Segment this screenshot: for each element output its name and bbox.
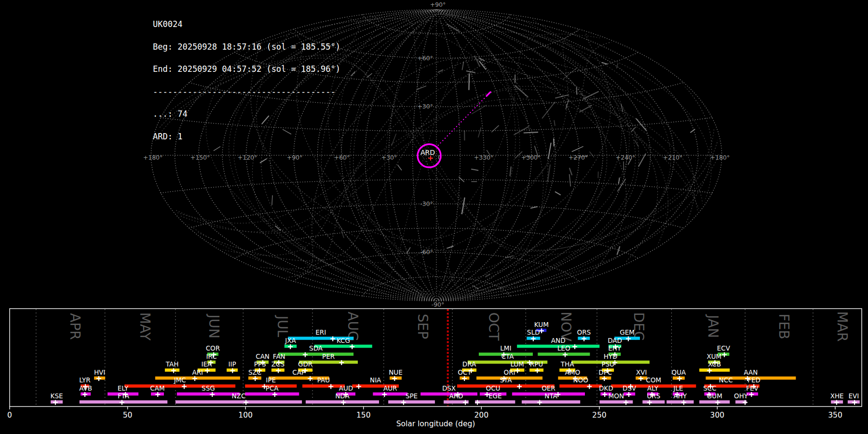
meteor-streak — [563, 68, 577, 80]
shower-label-SSG: SSG — [202, 384, 215, 392]
shower-label-DPC: DPC — [598, 368, 612, 376]
meteor-streak — [275, 226, 280, 231]
shower-label-XHE: XHE — [830, 392, 844, 400]
shower-label-KUM: KUM — [534, 321, 549, 328]
shower-label-AHY: AHY — [674, 392, 687, 400]
ard-count: ARD: 1 — [153, 133, 340, 141]
latitude-label: -30° — [420, 200, 433, 207]
shower-label-COR: COR — [206, 344, 220, 352]
shower-label-DKD: DKD — [599, 384, 613, 392]
meteor-streak — [407, 247, 410, 253]
shower-label-NOO: NOO — [573, 376, 588, 384]
shower-label-PER: PER — [322, 353, 335, 360]
shower-label-XVI: XVI — [636, 368, 647, 376]
shower-bar-AUR — [373, 393, 407, 396]
meteor-streak — [635, 140, 638, 147]
month-label-JAN: JAN — [705, 314, 721, 338]
longitude-label: +180° — [710, 154, 730, 161]
shower-label-TAH: TAH — [165, 360, 179, 368]
shower-label-IPE: IPE — [266, 376, 276, 384]
axis-tick-label: 50 — [123, 411, 133, 420]
pole-label-north: +90° — [430, 1, 446, 8]
x-axis-title: Solar longitude (deg) — [396, 420, 475, 428]
shower-label-PAU: PAU — [317, 376, 330, 384]
shower-label-PSU: PSU — [601, 360, 614, 368]
activity-chart: APRMAYJUNJULAUGSEPOCTNOVDECJANFEBMARKUME… — [7, 309, 862, 428]
shower-label-HVI: HVI — [94, 368, 105, 376]
shower-label-NDA: NDA — [335, 392, 350, 400]
longitude-label: +180° — [143, 154, 163, 161]
meteor-streak — [367, 73, 372, 77]
shower-label-OHY: OHY — [734, 392, 748, 400]
shower-bar-AHY — [666, 400, 693, 404]
month-label-JUL: JUL — [274, 315, 290, 338]
shower-label-RPU: RPU — [530, 360, 543, 368]
meteor-streak — [448, 246, 453, 248]
shower-label-EGE: EGE — [488, 392, 502, 400]
meteor-streak — [577, 88, 577, 95]
meteor-streak — [510, 167, 511, 176]
shower-label-DSV: DSV — [623, 384, 637, 392]
meteor-streak — [524, 132, 538, 133]
end-time: End: 20250929 04:57:52 (sol = 185.96°) — [153, 66, 340, 73]
shower-label-AVB: AVB — [79, 384, 92, 392]
shower-label-LEO: LEO — [557, 344, 570, 352]
longitude-label: +150° — [190, 154, 210, 161]
shower-bar-XCB — [699, 368, 730, 372]
shower-bar-NOO — [559, 384, 602, 388]
meteor-streak — [531, 207, 537, 208]
month-label-JUN: JUN — [206, 313, 222, 339]
meteor-streak — [478, 128, 481, 137]
month-label-MAR: MAR — [834, 312, 850, 342]
meteor-streak — [572, 147, 583, 151]
shower-label-ARI: ARI — [192, 368, 203, 376]
begin-time: Beg: 20250928 18:57:16 (sol = 185.55°) — [153, 43, 340, 51]
meteor-streak — [341, 231, 344, 238]
shower-bar-SSG — [177, 393, 240, 396]
shower-label-ORS: ORS — [577, 328, 591, 336]
axis-tick-label: 0 — [7, 411, 12, 420]
longitude-label: +30° — [381, 154, 397, 161]
shower-label-ORI: ORI — [504, 368, 515, 376]
observation-info-panel: UK0024 Beg: 20250928 18:57:16 (sol = 185… — [153, 6, 340, 148]
shower-label-URS: URS — [647, 392, 660, 400]
longitude-label: +210° — [663, 154, 683, 161]
meteor-streak — [691, 129, 694, 132]
shower-label-COM: COM — [646, 376, 662, 384]
meteor-streak — [469, 74, 469, 90]
axis-tick-label: 200 — [474, 411, 488, 420]
shower-label-LUM: LUM — [510, 360, 524, 368]
meteor-streak — [554, 139, 554, 146]
shower-label-FED: FED — [747, 376, 760, 384]
shower-label-JMC: JMC — [174, 376, 186, 384]
shower-label-CTA: CTA — [502, 353, 515, 360]
shower-label-ALY: ALY — [647, 384, 659, 392]
shower-label-FAN: FAN — [273, 353, 285, 360]
meteor-streak — [447, 24, 459, 31]
shower-label-ELY: ELY — [118, 384, 129, 392]
shower-label-PPS: PPS — [254, 360, 266, 368]
shower-bar-NTA — [522, 400, 580, 404]
longitude-label: +330° — [474, 154, 494, 161]
shower-label-OCU: OCU — [486, 384, 501, 392]
shower-label-STA: STA — [500, 376, 512, 384]
shower-label-AUR: AUR — [383, 384, 397, 392]
shower-label-QUA: QUA — [672, 368, 687, 376]
x-axis: 050100150200250300350Solar longitude (de… — [7, 407, 842, 428]
axis-tick-label: 150 — [356, 411, 371, 420]
shower-label-FEV: FEV — [746, 384, 759, 392]
meteor-streak — [570, 168, 572, 175]
meteor-streak — [556, 192, 560, 195]
meteor-streak — [554, 121, 555, 125]
station-id: UK0024 — [153, 21, 340, 28]
shower-label-KSE: KSE — [51, 392, 63, 400]
meteor-streak — [472, 169, 478, 171]
shower-bar-KCG — [314, 345, 372, 348]
shower-label-DAD: DAD — [608, 337, 622, 344]
longitude-label: +270° — [569, 154, 588, 161]
meteor-streak — [570, 175, 571, 186]
meteor-streak — [619, 178, 620, 183]
shower-label-ZCS: ZCS — [271, 360, 285, 368]
shower-label-IIP: IIP — [228, 360, 236, 368]
meteor-streak — [506, 256, 513, 258]
